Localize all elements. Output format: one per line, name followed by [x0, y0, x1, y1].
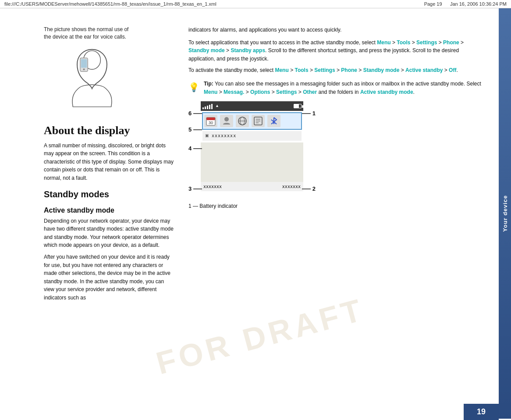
link-off[interactable]: Off — [449, 67, 456, 73]
screen-softkeys: xxxxxxx xxxxxxx — [201, 182, 303, 192]
tip-link-menu[interactable]: Menu — [204, 89, 217, 95]
tip-link-settings[interactable]: Settings — [276, 89, 297, 95]
select-suffix: . Scroll to the different shortcut setti… — [188, 47, 459, 62]
svg-rect-5 — [206, 117, 215, 120]
right-column: indicators for alarms, and applications … — [188, 26, 486, 406]
body-active-1: Depending on your network operator, your… — [44, 217, 175, 249]
link-settings1[interactable]: Settings — [416, 39, 437, 46]
screen-middle — [201, 142, 303, 182]
label-6: 6 — [188, 109, 202, 118]
screen-status-bar: ▲ — [201, 101, 303, 111]
label-3: 3 — [188, 185, 202, 193]
signal-bar-3 — [207, 106, 208, 109]
signal-bar-4 — [209, 105, 210, 109]
link-standbymode2[interactable]: Standby mode — [363, 67, 400, 73]
signal-bar-2 — [205, 107, 206, 109]
page-number-box: 19 — [464, 404, 499, 420]
softkey-right: xxxxxxx — [282, 183, 301, 190]
link-phone2[interactable]: Phone — [341, 67, 357, 73]
heading-standby: Standby modes — [44, 189, 175, 199]
para-select: To select applications that you want to … — [188, 39, 486, 63]
tip-icon: 💡 — [188, 81, 199, 94]
contacts-icon — [252, 115, 265, 127]
label-2: 2 — [302, 185, 316, 193]
link-menu1[interactable]: Menu — [377, 39, 390, 46]
tip-box: 💡 Tip: You can also see the messages in … — [188, 80, 486, 96]
svg-text:30: 30 — [209, 121, 213, 125]
diagram-legend: 1 — Battery indicator — [188, 202, 316, 210]
side-tab: Your device — [499, 8, 511, 419]
body-display: A small number of missing, discolored, o… — [44, 142, 175, 182]
label-4: 4 — [188, 144, 202, 153]
link-phone1[interactable]: Phone — [443, 39, 459, 46]
svg-rect-2 — [81, 59, 87, 68]
network-type: ▲ — [215, 103, 219, 109]
signal-bars — [202, 103, 213, 109]
body-active-2: After you have switched on your device a… — [44, 253, 175, 302]
screen-container: ▲ — [201, 101, 303, 191]
signal-bar-1 — [202, 107, 204, 109]
para-activate: To activate the standby mode, select Men… — [188, 66, 486, 75]
phone-caption: The picture shows the normal use of the … — [44, 26, 131, 41]
label-1: 1 — [302, 109, 316, 118]
link-standbyapps[interactable]: Standby apps — [231, 47, 265, 53]
apps-row: 30 — [202, 112, 302, 130]
link-activestandby[interactable]: Active standby — [405, 67, 443, 73]
label-5: 5 — [188, 125, 202, 134]
heading-display: About the display — [44, 124, 175, 137]
content-area: The picture shows the normal use of the … — [0, 8, 499, 419]
tip-label: Tip: — [204, 81, 213, 87]
page-info: Page 19 Jan 16, 2006 10:36:24 PM — [424, 1, 507, 7]
network-row: ▣ xxxxxxxx — [202, 131, 302, 141]
link-menu2[interactable]: Menu — [275, 67, 288, 73]
svg-point-7 — [224, 117, 229, 121]
profile-icon — [220, 115, 233, 127]
link-settings2[interactable]: Settings — [314, 67, 335, 73]
svg-point-3 — [83, 68, 85, 70]
left-column: The picture shows the normal use of the … — [44, 26, 175, 406]
battery-fill — [294, 104, 299, 108]
tip-link-other[interactable]: Other — [303, 89, 317, 95]
link-tools2[interactable]: Tools — [295, 67, 308, 73]
heading-active: Active standby mode — [44, 206, 175, 214]
network-icon-small: ▣ — [205, 133, 209, 139]
calendar-icon: 30 — [204, 115, 217, 127]
tip-body: You can also see the messages in a messa… — [215, 81, 481, 87]
globe-icon — [236, 115, 249, 127]
side-tab-label: Your device — [502, 195, 508, 232]
main-layout: The picture shows the normal use of the … — [0, 8, 511, 419]
page-number: 19 — [477, 407, 486, 416]
phone-illustration-svg — [61, 45, 123, 115]
body-top: indicators for alarms, and applications … — [188, 26, 486, 34]
tip-text: Tip: You can also see the messages in a … — [204, 80, 486, 96]
bluetooth-icon — [267, 115, 280, 127]
activate-prefix: To activate the standby mode, select — [188, 67, 273, 73]
filepath: file:///C:/USERS/MODEServer/mehowell/143… — [4, 1, 216, 7]
link-standbymode1[interactable]: Standby mode — [188, 47, 225, 53]
network-text: xxxxxxxx — [212, 132, 236, 139]
softkey-left: xxxxxxx — [203, 183, 222, 190]
signal-area: ▲ — [202, 103, 219, 109]
tip-body-after: and the folders in — [318, 89, 358, 95]
select-prefix: To select applications that you want to … — [188, 39, 376, 46]
tip-link-last[interactable]: Active standby mode — [360, 89, 413, 95]
phone-screen-diagram: 6 1 — [188, 101, 316, 210]
phone-illustration-section: The picture shows the normal use of the … — [44, 26, 175, 115]
battery-icon — [294, 104, 302, 108]
top-bar: file:///C:/USERS/MODEServer/mehowell/143… — [0, 0, 511, 8]
tip-link-options[interactable]: Options — [250, 89, 270, 95]
signal-bar-5 — [211, 104, 213, 109]
link-tools1[interactable]: Tools — [397, 39, 410, 46]
tip-link-messag[interactable]: Messag. — [224, 89, 244, 95]
